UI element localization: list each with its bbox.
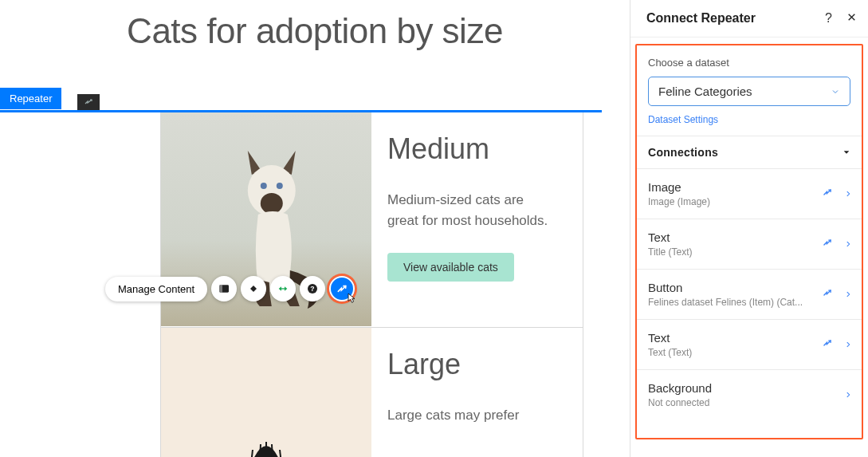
chevron-right-icon (844, 287, 852, 301)
dataset-select[interactable]: Feline Categories (648, 77, 850, 106)
connection-sublabel: Felines dataset Felines (Item) (Cat... (648, 297, 803, 308)
link-icon (822, 337, 833, 352)
connection-label: Text (648, 331, 822, 345)
connection-sublabel: Title (Text) (648, 246, 803, 258)
layout-icon[interactable] (211, 276, 237, 301)
chevron-right-icon (844, 388, 852, 402)
card-content: Large Large cats may prefer (387, 328, 583, 457)
svg-line-8 (280, 450, 283, 457)
connections-header[interactable]: Connections (637, 136, 862, 169)
connection-row-background[interactable]: Background Not connected (637, 370, 862, 420)
connection-sublabel: Text (Text) (648, 347, 803, 358)
svg-point-3 (277, 183, 283, 189)
chevron-right-icon (844, 187, 852, 201)
chevron-right-icon (844, 237, 852, 251)
svg-text:?: ? (310, 285, 314, 293)
stretch-icon[interactable] (270, 276, 296, 301)
connections-header-label: Connections (648, 146, 718, 159)
card-heading[interactable]: Large (387, 348, 575, 381)
help-icon[interactable]: ? (300, 276, 325, 301)
caret-down-icon (842, 148, 850, 156)
chevron-right-icon (844, 337, 852, 352)
manage-content-button[interactable]: Manage Content (105, 277, 207, 301)
dataset-label: Choose a dataset (648, 57, 850, 69)
card-description[interactable]: Large cats may prefer (387, 405, 555, 426)
panel-body: Choose a dataset Feline Categories Datas… (635, 44, 863, 439)
repeater-element-label[interactable]: Repeater (0, 88, 61, 109)
connect-repeater-panel: Connect Repeater ? Choose a dataset Feli… (630, 0, 868, 457)
page-title: Cats for adoption by size (0, 11, 630, 51)
connection-label: Image (648, 180, 822, 194)
connection-row-image[interactable]: Image Image (Image) (637, 169, 862, 219)
help-icon[interactable]: ? (825, 11, 832, 26)
design-icon[interactable] (241, 276, 266, 301)
card-content: Medium Medium-sized cats are great for m… (387, 112, 583, 327)
view-cats-button[interactable]: View available cats (387, 253, 514, 282)
connection-row-text[interactable]: Text Title (Text) (637, 219, 862, 270)
connection-label: Background (648, 381, 844, 395)
element-toolbar: Manage Content ? (105, 276, 355, 301)
close-icon[interactable] (846, 11, 857, 26)
repeater-connect-data-icon[interactable] (77, 94, 100, 110)
repeater-item[interactable]: Large Large cats may prefer (161, 328, 583, 457)
dataset-select-value: Feline Categories (658, 85, 752, 98)
panel-title: Connect Repeater (646, 11, 756, 26)
card-image[interactable] (161, 328, 371, 457)
link-icon (822, 237, 833, 251)
connection-label: Button (648, 281, 822, 294)
svg-line-4 (249, 450, 253, 457)
connection-row-button[interactable]: Button Felines dataset Felines (Item) (C… (637, 270, 862, 320)
svg-point-2 (261, 183, 267, 189)
connection-label: Text (648, 230, 822, 244)
svg-rect-15 (219, 285, 222, 292)
card-heading[interactable]: Medium (387, 132, 575, 166)
connection-sublabel: Image (Image) (648, 196, 803, 207)
editor-canvas: Cats for adoption by size Repeater (0, 0, 630, 457)
link-icon (822, 187, 833, 201)
dataset-settings-link[interactable]: Dataset Settings (648, 114, 718, 125)
connections-list: Image Image (Image) Text Title (Text) (637, 169, 862, 420)
card-description[interactable]: Medium-sized cats are great for most hou… (387, 190, 555, 230)
dataset-section: Choose a dataset Feline Categories Datas… (637, 45, 862, 136)
connection-row-text-2[interactable]: Text Text (Text) (637, 320, 862, 370)
connect-data-icon[interactable] (329, 276, 355, 301)
panel-header: Connect Repeater ? (630, 0, 868, 37)
connection-sublabel: Not connected (648, 397, 803, 408)
svg-point-1 (261, 193, 283, 214)
chevron-down-icon (831, 87, 840, 97)
link-icon (822, 287, 833, 301)
